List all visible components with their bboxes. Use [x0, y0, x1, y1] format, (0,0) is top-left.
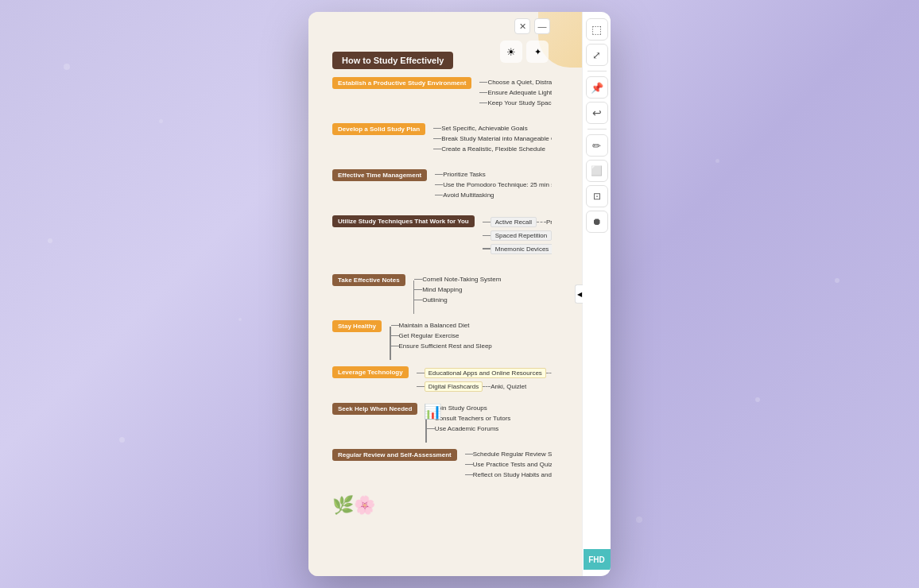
record-btn[interactable]: ⏺ — [586, 211, 608, 233]
section-tech-label: Leverage Technology — [332, 366, 409, 378]
sun-icon-btn[interactable]: ☀ — [500, 41, 522, 63]
select-tool-btn[interactable]: ⬚ — [586, 18, 608, 41]
section-utilize-label: Utilize Study Techniques That Work for Y… — [332, 215, 475, 227]
mindmap-root: How to Study Effectively Establish a Pro… — [324, 44, 552, 524]
crop-btn[interactable]: ⊡ — [586, 185, 608, 207]
close-button[interactable]: ✕ — [514, 18, 530, 34]
section-establish-label: Establish a Productive Study Environment — [332, 77, 471, 89]
minimize-button[interactable]: — — [534, 18, 550, 34]
fullscreen-btn[interactable]: ⤢ — [586, 44, 608, 66]
section-healthy-label: Stay Healthy — [332, 320, 382, 332]
section-notes: Take Effective Notes Cornell Note-Taking… — [332, 274, 552, 314]
undo-btn[interactable]: ↩ — [586, 102, 608, 124]
pin-btn[interactable]: 📌 — [586, 76, 608, 99]
section-develop-label: Develop a Solid Study Plan — [332, 123, 425, 135]
canvas-area: ✕ — ☀ ✦ How to Study Effectively Establi… — [308, 12, 582, 576]
sidebar-divider-2 — [587, 129, 607, 130]
section-help-label: Seek Help When Needed — [332, 403, 417, 415]
section-help: Seek Help When Needed 📊 Join Study Group… — [332, 403, 552, 443]
mindmap-title: How to Study Effectively — [332, 52, 453, 69]
section-time-label: Effective Time Management — [332, 169, 427, 181]
right-sidebar: ◀ ⬚ ⤢ 📌 ↩ ✏ ⬜ ⊡ ⏺ FHD — [582, 12, 611, 576]
sidebar-collapse-btn[interactable]: ◀ — [575, 284, 583, 304]
fhd-badge[interactable]: FHD — [584, 549, 611, 570]
section-time: Effective Time Management Prioritize Tas… — [332, 169, 552, 209]
section-healthy: Stay Healthy Maintain a Balanced Diet Ge… — [332, 320, 552, 360]
sidebar-divider-1 — [587, 71, 607, 72]
section-tech: Leverage Technology Educational Apps and… — [332, 366, 552, 397]
section-establish: Establish a Productive Study Environment… — [332, 77, 552, 117]
section-utilize: Utilize Study Techniques That Work for Y… — [332, 215, 552, 268]
mindmap-container[interactable]: How to Study Effectively Establish a Pro… — [324, 44, 552, 576]
section-notes-label: Take Effective Notes — [332, 274, 405, 286]
border-btn[interactable]: ⬜ — [586, 160, 608, 182]
section-review-label: Regular Review and Self-Assessment — [332, 449, 457, 461]
window-controls: ✕ — — [514, 18, 550, 34]
app-window: ✕ — ☀ ✦ How to Study Effectively Establi… — [308, 12, 611, 576]
section-review: Regular Review and Self-Assessment Sched… — [332, 449, 552, 489]
section-develop: Develop a Solid Study Plan Set Specific,… — [332, 123, 552, 163]
canvas-top-icons: ☀ ✦ — [500, 41, 549, 63]
pen-btn[interactable]: ✏ — [586, 134, 608, 157]
plant-decoration: 🌿🌸 — [332, 495, 552, 516]
sparkle-icon-btn[interactable]: ✦ — [526, 41, 549, 63]
